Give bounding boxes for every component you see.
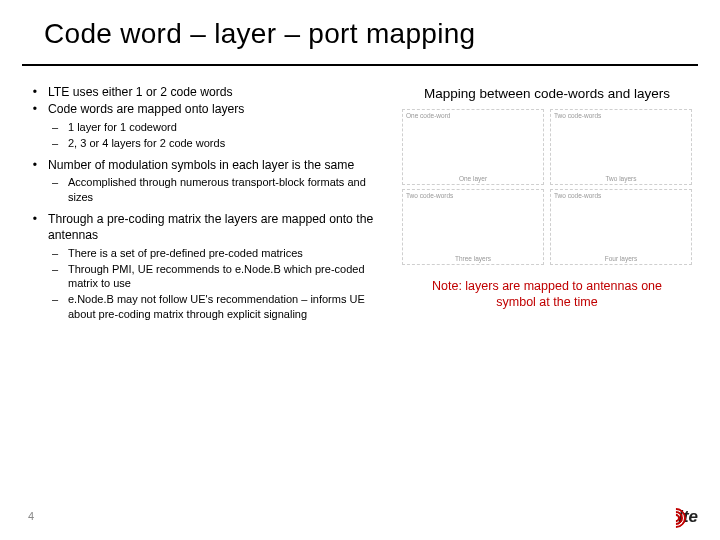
layers-note: Note: layers are mapped to antennas one … xyxy=(402,279,692,310)
dash-mark: – xyxy=(22,292,68,322)
dash-mark: – xyxy=(22,120,68,135)
bullet-text: Number of modulation symbols in each lay… xyxy=(48,157,392,173)
sub-text: Accomplished through numerous transport-… xyxy=(68,175,392,205)
dash-mark: – xyxy=(22,136,68,151)
page-number: 4 xyxy=(28,510,34,522)
bullet-text: Code words are mapped onto layers xyxy=(48,101,392,117)
sub-text: 1 layer for 1 codeword xyxy=(68,120,392,135)
signal-arcs-icon xyxy=(660,506,682,528)
bullet-list: • LTE uses either 1 or 2 code words • Co… xyxy=(22,84,392,118)
bullet-2: • Code words are mapped onto layers xyxy=(22,101,392,117)
sub-bullet: – There is a set of pre-defined pre-code… xyxy=(22,246,392,261)
lte-logo: lte xyxy=(660,506,698,528)
bullet-mark: • xyxy=(22,211,48,244)
content-area: • LTE uses either 1 or 2 code words • Co… xyxy=(0,66,720,328)
left-column: • LTE uses either 1 or 2 code words • Co… xyxy=(22,84,392,328)
bullet-3: • Number of modulation symbols in each l… xyxy=(22,157,392,173)
diagram-top-label: One code-word xyxy=(406,112,540,119)
dash-mark: – xyxy=(22,246,68,261)
sub-text: Through PMI, UE recommends to e.Node.B w… xyxy=(68,262,392,292)
diagram-two-codewords-three-layers: Two code-words Three layers xyxy=(402,189,544,265)
diagram-two-codewords-four-layers: Two code-words Four layers xyxy=(550,189,692,265)
diagram-bottom-label: Two layers xyxy=(605,175,636,182)
sub-list-3: – There is a set of pre-defined pre-code… xyxy=(22,246,392,322)
sub-text: There is a set of pre-defined pre-coded … xyxy=(68,246,392,261)
bullet-list: • Number of modulation symbols in each l… xyxy=(22,157,392,173)
diagram-top-label: Two code-words xyxy=(554,192,688,199)
diagram-two-codewords-two-layers: Two code-words Two layers xyxy=(550,109,692,185)
bullet-1: • LTE uses either 1 or 2 code words xyxy=(22,84,392,100)
bullet-mark: • xyxy=(22,101,48,117)
dash-mark: – xyxy=(22,175,68,205)
sub-bullet: – Through PMI, UE recommends to e.Node.B… xyxy=(22,262,392,292)
sub-bullet: – 1 layer for 1 codeword xyxy=(22,120,392,135)
sub-text: e.Node.B may not follow UE's recommendat… xyxy=(68,292,392,322)
sub-bullet: – Accomplished through numerous transpor… xyxy=(22,175,392,205)
slide-title: Code word – layer – port mapping xyxy=(0,0,720,58)
sub-list-1: – 1 layer for 1 codeword – 2, 3 or 4 lay… xyxy=(22,120,392,151)
sub-bullet: – e.Node.B may not follow UE's recommend… xyxy=(22,292,392,322)
bullet-list: • Through a pre-coding matrix the layers… xyxy=(22,211,392,244)
bullet-text: Through a pre-coding matrix the layers a… xyxy=(48,211,392,244)
diagram-bottom-label: Four layers xyxy=(605,255,638,262)
right-column: Mapping between code-words and layers On… xyxy=(392,84,692,328)
sub-text: 2, 3 or 4 layers for 2 code words xyxy=(68,136,392,151)
diagram-top-label: Two code-words xyxy=(406,192,540,199)
diagram-bottom-label: Three layers xyxy=(455,255,491,262)
bullet-mark: • xyxy=(22,84,48,100)
diagram-one-codeword-one-layer: One code-word One layer xyxy=(402,109,544,185)
diagram-grid: One code-word One layer Two code-words T… xyxy=(402,109,692,265)
diagram-bottom-label: One layer xyxy=(459,175,487,182)
right-heading: Mapping between code-words and layers xyxy=(402,86,692,101)
bullet-text: LTE uses either 1 or 2 code words xyxy=(48,84,392,100)
bullet-mark: • xyxy=(22,157,48,173)
sub-list-2: – Accomplished through numerous transpor… xyxy=(22,175,392,205)
dash-mark: – xyxy=(22,262,68,292)
diagram-top-label: Two code-words xyxy=(554,112,688,119)
bullet-4: • Through a pre-coding matrix the layers… xyxy=(22,211,392,244)
sub-bullet: – 2, 3 or 4 layers for 2 code words xyxy=(22,136,392,151)
